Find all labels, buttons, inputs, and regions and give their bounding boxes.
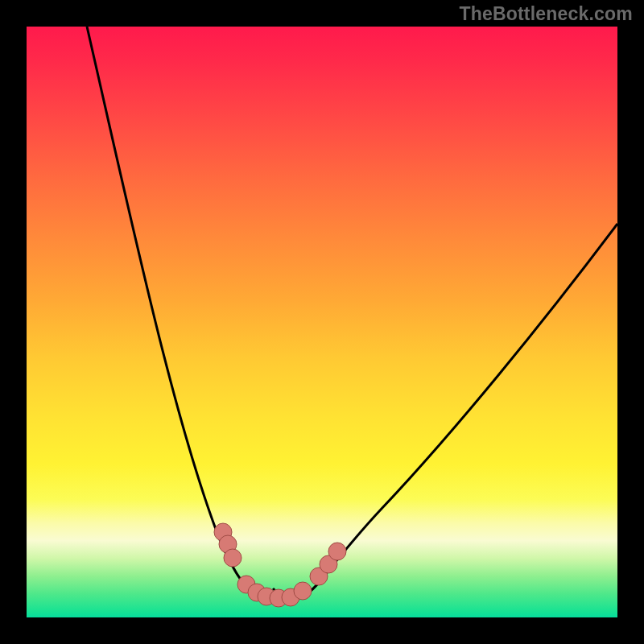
marker-left-3	[224, 549, 242, 567]
marker-right-4	[328, 543, 346, 560]
right-curve	[273, 224, 617, 598]
chart-frame: TheBottleneck.com	[0, 0, 644, 644]
attribution-text: TheBottleneck.com	[459, 3, 633, 25]
chart-svg	[27, 27, 617, 617]
plot-area	[27, 27, 617, 617]
marker-right-1	[294, 582, 312, 600]
left-curve	[87, 27, 300, 598]
